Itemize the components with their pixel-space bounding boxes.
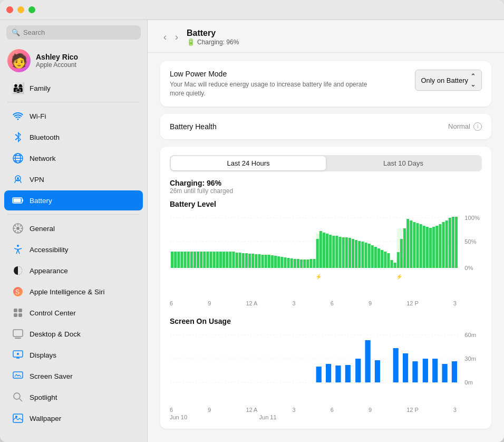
sidebar-item-control-center[interactable]: Control Center (4, 303, 143, 323)
svg-rect-124 (442, 222, 444, 268)
svg-rect-143 (375, 360, 380, 382)
screen-saver-label: Screen Saver (30, 372, 73, 380)
svg-rect-101 (374, 247, 377, 268)
svg-rect-104 (384, 252, 386, 268)
svg-rect-93 (348, 238, 351, 268)
svg-rect-72 (284, 257, 286, 268)
svg-text:60m: 60m (464, 332, 476, 338)
svg-rect-113 (406, 219, 409, 268)
svg-rect-128 (455, 217, 458, 268)
sidebar-item-accessibility[interactable]: Accessibility (4, 239, 143, 260)
lpm-row: Low Power Mode Your Mac will reduce ener… (170, 70, 482, 98)
bluetooth-label: Bluetooth (30, 133, 60, 141)
svg-rect-122 (435, 226, 438, 268)
lpm-left: Low Power Mode Your Mac will reduce ener… (170, 70, 415, 98)
svg-rect-107 (394, 263, 396, 268)
sidebar-item-network[interactable]: Network (4, 148, 143, 168)
close-button[interactable] (6, 6, 13, 13)
svg-rect-64 (258, 254, 260, 268)
battery-x-labels: 6 9 12 A 3 6 9 12 P 3 (170, 299, 482, 306)
info-icon[interactable]: i (473, 122, 482, 131)
svg-rect-45 (197, 252, 199, 268)
control-center-label: Control Center (30, 309, 76, 317)
general-icon (12, 222, 24, 235)
sidebar-divider-1 (7, 102, 140, 102)
sidebar-item-apple-intelligence[interactable]: S Apple Intelligence & Siri (4, 282, 143, 302)
search-box[interactable]: 🔍 (6, 25, 141, 40)
svg-rect-145 (403, 353, 408, 382)
svg-rect-115 (413, 222, 415, 268)
svg-rect-53 (222, 252, 225, 268)
svg-rect-29 (13, 414, 23, 422)
svg-rect-118 (423, 226, 425, 268)
svg-rect-95 (355, 240, 357, 268)
titlebar (0, 0, 504, 20)
svg-line-28 (20, 399, 22, 401)
account-section[interactable]: 🧑 Ashley Rico Apple Account (0, 44, 147, 78)
content-area: 🔍 🧑 Ashley Rico Apple Account 👨‍👩‍👧 Fami (0, 20, 504, 442)
sidebar-item-family[interactable]: 👨‍👩‍👧 Family (4, 78, 143, 98)
svg-rect-39 (177, 252, 180, 268)
lpm-select[interactable]: Only on Battery ⌃⌄ (415, 70, 482, 91)
charging-info: Charging: 96% 26m until fully charged (170, 179, 482, 195)
appearance-label: Appearance (30, 267, 68, 275)
svg-rect-106 (390, 260, 393, 268)
svg-rect-86 (326, 234, 328, 268)
tab-10d[interactable]: Last 10 Days (326, 156, 481, 170)
sidebar-item-displays[interactable]: Displays (4, 345, 143, 365)
svg-rect-99 (368, 244, 371, 268)
svg-rect-89 (335, 236, 338, 268)
battery-icon (12, 194, 24, 207)
battery-health-title: Battery Health (170, 122, 217, 131)
svg-text:0%: 0% (464, 265, 473, 271)
svg-rect-17 (18, 309, 22, 312)
minimize-button[interactable] (17, 6, 24, 13)
svg-text:30m: 30m (464, 355, 476, 362)
svg-rect-102 (377, 248, 380, 268)
sidebar-item-bluetooth[interactable]: Bluetooth (4, 127, 143, 147)
search-input[interactable] (23, 28, 135, 36)
svg-rect-140 (345, 365, 351, 382)
svg-rect-84 (319, 231, 322, 268)
account-info: Ashley Rico Apple Account (36, 53, 78, 69)
sidebar-item-appearance[interactable]: Appearance (4, 261, 143, 281)
maximize-button[interactable] (28, 6, 35, 13)
back-button[interactable]: ‹ (160, 31, 170, 44)
svg-rect-18 (14, 313, 17, 317)
desktop-dock-label: Desktop & Dock (30, 330, 81, 338)
tab-24h[interactable]: Last 24 Hours (171, 156, 326, 170)
account-subtitle: Apple Account (36, 61, 78, 69)
sidebar-item-spotlight[interactable]: Spotlight (4, 387, 143, 407)
lpm-option: Only on Battery (421, 76, 468, 84)
wallpaper-icon (12, 412, 24, 425)
svg-rect-125 (445, 220, 448, 268)
svg-rect-83 (316, 239, 319, 268)
charging-subtitle: Charging: 96% (197, 39, 239, 46)
spotlight-label: Spotlight (30, 393, 57, 401)
svg-point-11 (16, 227, 20, 230)
charging-time: 26m until fully charged (170, 187, 482, 195)
svg-rect-90 (338, 237, 341, 268)
sidebar-item-battery[interactable]: Battery (4, 190, 143, 210)
sidebar-item-screen-saver[interactable]: Screen Saver (4, 366, 143, 386)
svg-rect-110 (397, 252, 400, 268)
svg-rect-126 (449, 218, 451, 268)
bluetooth-icon (12, 131, 24, 143)
svg-point-27 (14, 393, 20, 399)
svg-rect-16 (14, 309, 17, 312)
sidebar-item-general[interactable]: General (4, 218, 143, 238)
sidebar-item-desktop-dock[interactable]: Desktop & Dock (4, 324, 143, 344)
sidebar-item-wallpaper[interactable]: Wallpaper (4, 408, 143, 428)
svg-rect-48 (206, 252, 209, 268)
svg-rect-60 (245, 253, 248, 268)
forward-button[interactable]: › (172, 31, 181, 44)
svg-rect-40 (180, 252, 183, 268)
svg-rect-105 (387, 253, 390, 268)
sidebar-item-wifi[interactable]: Wi-Fi (4, 106, 143, 126)
family-label: Family (30, 84, 51, 92)
sidebar-item-vpn[interactable]: VPN (4, 169, 143, 189)
wallpaper-label: Wallpaper (30, 415, 61, 422)
svg-rect-112 (403, 228, 406, 268)
svg-rect-59 (242, 253, 245, 268)
svg-rect-121 (432, 227, 435, 268)
